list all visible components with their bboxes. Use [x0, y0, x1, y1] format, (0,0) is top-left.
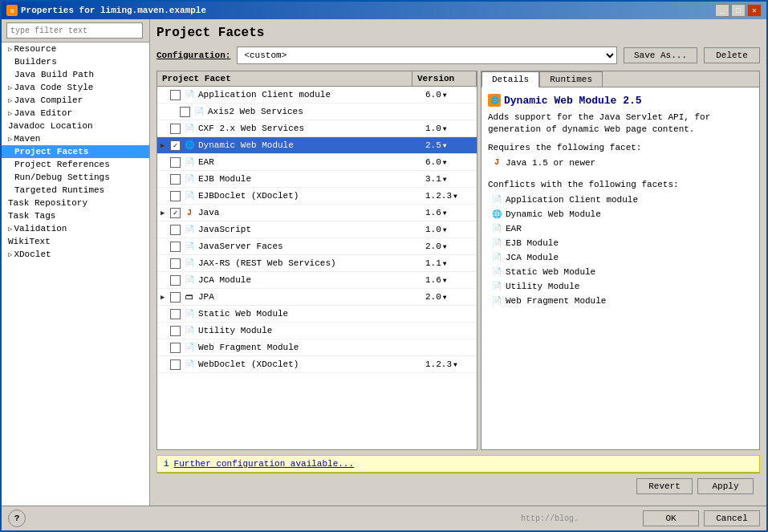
facet-row[interactable]: 📄 JavaServer Faces 2.0 ▼: [157, 238, 477, 255]
facet-checkbox[interactable]: [170, 242, 181, 252]
facet-name: Java: [198, 208, 425, 217]
conflict-item-name: Web Fragment Module: [506, 296, 606, 306]
facet-version: 1.6 ▼: [425, 208, 473, 217]
sidebar-item-xdoclet[interactable]: ▷ XDoclet: [2, 248, 149, 261]
conflict-item-name: JCA Module: [506, 253, 559, 262]
facet-checkbox[interactable]: [170, 309, 181, 319]
minimize-button[interactable]: _: [715, 4, 729, 17]
facet-checkbox[interactable]: [170, 275, 181, 286]
tab-details[interactable]: Details: [482, 71, 539, 87]
apply-button[interactable]: Apply: [697, 478, 754, 494]
facet-checkbox[interactable]: [170, 258, 181, 269]
version-dropdown[interactable]: 1.6 ▼: [425, 275, 473, 285]
facet-row[interactable]: ▶ ✓ 🌐 Dynamic Web Module 2.5 ▼: [157, 137, 477, 154]
facet-type-icon: 📄: [183, 341, 196, 354]
sidebar-item-java-code-style[interactable]: ▷ Java Code Style: [2, 81, 149, 94]
facet-row[interactable]: 📄 JavaScript 1.0 ▼: [157, 221, 477, 238]
facet-checkbox[interactable]: [170, 191, 181, 201]
sidebar-item-java-build-path[interactable]: Java Build Path: [2, 68, 149, 81]
facet-row[interactable]: 📄 EAR 6.0 ▼: [157, 154, 477, 171]
facet-row[interactable]: 📄 WebDoclet (XDoclet) 1.2.3 ▼: [157, 356, 477, 373]
version-dropdown[interactable]: 1.0 ▼: [425, 124, 473, 133]
sidebar-item-maven[interactable]: ▷ Maven: [2, 132, 149, 145]
version-dropdown[interactable]: 3.1 ▼: [425, 174, 473, 184]
sidebar-item-project-facets[interactable]: Project Facets: [2, 145, 149, 158]
version-dropdown[interactable]: 6.0 ▼: [425, 157, 473, 167]
left-panel: ▷ Resource Builders Java Build Path ▷ Ja…: [2, 19, 150, 506]
sidebar-item-project-references[interactable]: Project References: [2, 158, 149, 171]
sidebar-item-label: Maven: [14, 134, 40, 144]
sidebar-item-validation[interactable]: ▷ Validation: [2, 222, 149, 235]
facet-checkbox[interactable]: [170, 90, 181, 100]
facet-version: 1.0 ▼: [425, 124, 473, 133]
facet-checkbox[interactable]: [170, 225, 181, 235]
details-conflict-item: 📄 Static Web Module: [488, 265, 753, 279]
facet-checkbox[interactable]: [170, 326, 181, 336]
page-title: Project Facets: [156, 26, 760, 40]
facet-row[interactable]: 📄 JAX-RS (REST Web Services) 1.1 ▼: [157, 255, 477, 272]
sidebar-item-label: Java Compiler: [14, 95, 83, 105]
facet-row[interactable]: 📄 Web Fragment Module: [157, 339, 477, 356]
sidebar-item-task-tags[interactable]: Task Tags: [2, 209, 149, 222]
sidebar-item-run-debug-settings[interactable]: Run/Debug Settings: [2, 171, 149, 184]
sidebar-item-wikitext[interactable]: WikiText: [2, 235, 149, 248]
sidebar-item-resource[interactable]: ▷ Resource: [2, 43, 149, 55]
delete-button[interactable]: Delete: [704, 47, 760, 63]
sidebar-item-task-repository[interactable]: Task Repository: [2, 197, 149, 209]
revert-button[interactable]: Revert: [636, 478, 693, 494]
facet-checkbox[interactable]: [170, 292, 181, 303]
filter-input[interactable]: [6, 22, 143, 39]
version-dropdown[interactable]: 1.1 ▼: [425, 258, 473, 268]
facet-row[interactable]: 📄 JCA Module 1.6 ▼: [157, 272, 477, 289]
sidebar-item-builders[interactable]: Builders: [2, 55, 149, 68]
details-title-text: Dynamic Web Module 2.5: [504, 95, 642, 107]
facet-row[interactable]: 📄 EJBDoclet (XDoclet) 1.2.3 ▼: [157, 188, 477, 205]
sidebar-item-label: Project Facets: [14, 147, 88, 156]
facet-row[interactable]: 📄 CXF 2.x Web Services 1.0 ▼: [157, 120, 477, 137]
version-dropdown[interactable]: 2.0 ▼: [425, 242, 473, 251]
facet-row[interactable]: ▶ ✓ J Java 1.6 ▼: [157, 205, 477, 221]
facet-checkbox[interactable]: [170, 174, 181, 185]
main-panels: Project Facet Version 📄 Application Clie…: [156, 71, 760, 450]
facet-checkbox[interactable]: ✓: [170, 140, 181, 151]
conflict-item-name: Application Client module: [506, 195, 638, 205]
version-dropdown[interactable]: 1.2.3 ▼: [425, 359, 473, 369]
sidebar-item-javadoc-location[interactable]: Javadoc Location: [2, 120, 149, 132]
facet-row[interactable]: ▶ 🗃 JPA 2.0 ▼: [157, 289, 477, 306]
version-dropdown[interactable]: 6.0 ▼: [425, 90, 473, 99]
cancel-button[interactable]: Cancel: [704, 510, 760, 526]
facet-checkbox[interactable]: ✓: [170, 208, 181, 218]
sidebar-item-targeted-runtimes[interactable]: Targeted Runtimes: [2, 184, 149, 197]
facet-type-icon: 📄: [183, 274, 196, 286]
sidebar-item-java-compiler[interactable]: ▷ Java Compiler: [2, 94, 149, 107]
facet-version: 6.0 ▼: [425, 90, 473, 99]
save-as-button[interactable]: Save As...: [624, 47, 697, 63]
facet-checkbox[interactable]: [170, 343, 181, 353]
version-dropdown[interactable]: 1.6 ▼: [425, 208, 473, 217]
ok-button[interactable]: OK: [643, 510, 699, 526]
facet-row[interactable]: 📄 Application Client module 6.0 ▼: [157, 87, 477, 104]
facet-checkbox[interactable]: [180, 107, 190, 117]
maximize-button[interactable]: □: [731, 4, 746, 17]
facet-name: CXF 2.x Web Services: [198, 124, 425, 133]
facet-checkbox[interactable]: [170, 124, 181, 134]
version-dropdown[interactable]: 1.0 ▼: [425, 225, 473, 234]
facet-row[interactable]: 📄 Utility Module: [157, 323, 477, 339]
close-button[interactable]: ✕: [747, 4, 762, 17]
sidebar-item-java-editor[interactable]: ▷ Java Editor: [2, 107, 149, 120]
help-button[interactable]: ?: [8, 510, 26, 527]
facet-row[interactable]: 📄 Axis2 Web Services: [157, 104, 477, 120]
version-dropdown[interactable]: 1.2.3 ▼: [425, 191, 473, 201]
further-config-link[interactable]: Further configuration available...: [174, 459, 354, 469]
facet-row[interactable]: 📄 EJB Module 3.1 ▼: [157, 171, 477, 188]
facet-checkbox[interactable]: [170, 157, 181, 168]
facet-checkbox[interactable]: [170, 359, 181, 370]
version-dropdown[interactable]: 2.5 ▼: [425, 140, 473, 150]
facet-row[interactable]: 📄 Static Web Module: [157, 306, 477, 323]
sidebar-item-label: Java Editor: [14, 108, 72, 118]
details-conflict-item: 📄 EJB Module: [488, 236, 753, 250]
facet-type-icon: 📄: [183, 189, 196, 202]
tab-runtimes[interactable]: Runtimes: [539, 71, 603, 87]
version-dropdown[interactable]: 2.0 ▼: [425, 292, 473, 302]
config-select[interactable]: <custom>: [237, 47, 617, 64]
